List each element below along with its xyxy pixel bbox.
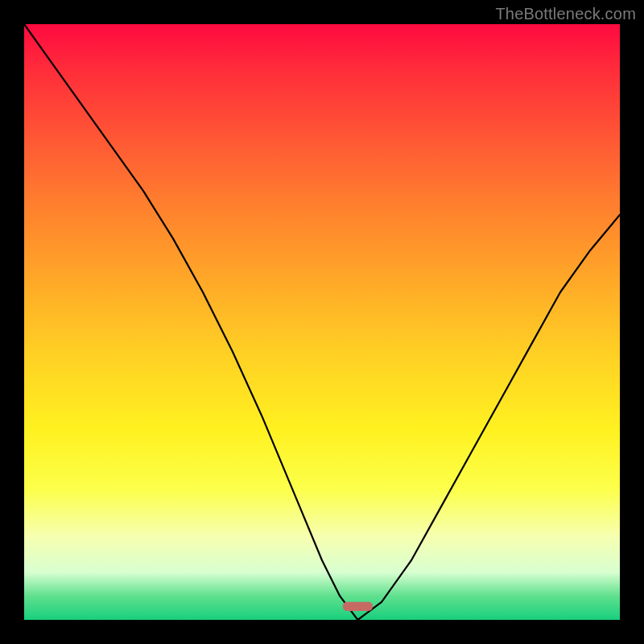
chart-container: TheBottleneck.com (0, 0, 644, 644)
optimal-point-marker (343, 602, 373, 611)
chart-svg (24, 24, 620, 620)
plot-area (24, 24, 620, 620)
watermark-text: TheBottleneck.com (495, 5, 636, 23)
bottleneck-curve (24, 24, 620, 620)
